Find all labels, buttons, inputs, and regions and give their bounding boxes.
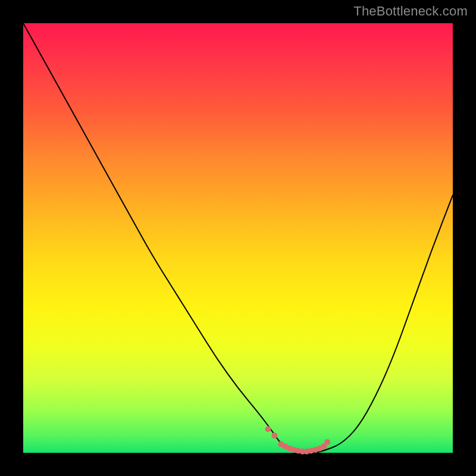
optimal-dot <box>324 439 330 445</box>
bottleneck-curve <box>23 23 453 453</box>
chart-svg <box>23 23 453 453</box>
plot-area <box>23 23 453 453</box>
chart-frame: TheBottleneck.com <box>0 0 476 476</box>
optimal-dot <box>265 426 271 432</box>
watermark-label: TheBottleneck.com <box>353 4 468 19</box>
optimal-range-dots <box>265 426 331 455</box>
optimal-dot <box>271 433 277 439</box>
